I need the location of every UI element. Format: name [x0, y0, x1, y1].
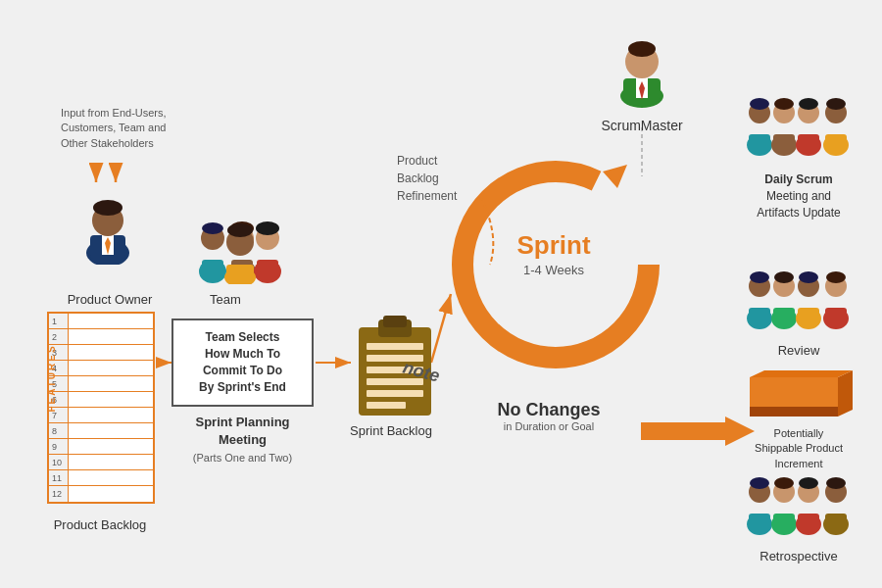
review-section: Review [735, 265, 862, 358]
backlog-row: 6 [49, 392, 153, 408]
backlog-row: 12 [49, 486, 153, 502]
svg-rect-70 [773, 308, 795, 325]
svg-rect-98 [825, 514, 847, 531]
product-backlog-title: Product Backlog [41, 517, 159, 532]
backlog-row: 3 [49, 345, 153, 361]
sprint-planning-title: Sprint PlanningMeeting (Parts One and Tw… [172, 414, 314, 467]
daily-scrum-label: Daily Scrum Meeting andArtifacts Update [735, 172, 862, 220]
review-label: Review [735, 343, 862, 358]
svg-point-56 [774, 98, 794, 110]
svg-marker-83 [750, 370, 853, 377]
svg-rect-74 [798, 308, 819, 325]
svg-point-76 [799, 271, 818, 283]
backlog-row: 2 [49, 329, 153, 345]
svg-rect-50 [749, 134, 770, 152]
pbr-label: ProductBacklogRefinement [397, 152, 495, 205]
svg-rect-35 [383, 316, 407, 327]
svg-point-80 [826, 271, 846, 283]
product-owner-icon [76, 186, 139, 265]
sprint-planning-box-text: Team SelectsHow Much ToCommit To DoBy Sp… [199, 329, 286, 395]
svg-point-52 [750, 98, 769, 110]
svg-point-28 [256, 221, 279, 235]
svg-rect-40 [367, 390, 423, 397]
svg-rect-36 [367, 343, 423, 350]
svg-point-16 [93, 200, 122, 216]
svg-marker-82 [838, 370, 853, 416]
backlog-row: 8 [49, 423, 153, 439]
scrum-master-section: ScrumMaster [583, 29, 701, 133]
svg-point-20 [202, 222, 223, 234]
svg-rect-54 [773, 134, 795, 152]
svg-point-68 [750, 271, 769, 283]
product-owner-label: Product Owner [61, 292, 159, 307]
features-label: FEATURES [46, 344, 57, 412]
scrum-diagram: { "title": "Scrum Process Diagram", "inp… [0, 0, 882, 588]
sprint-label: Sprint 1-4 Weeks [485, 230, 622, 277]
sprint-backlog-icon: note [351, 314, 439, 425]
svg-point-48 [628, 41, 656, 57]
backlog-row: 4 [49, 361, 153, 376]
svg-rect-94 [798, 514, 819, 531]
svg-marker-81 [750, 407, 838, 416]
sprint-planning-box: Team SelectsHow Much ToCommit To DoBy Sp… [172, 318, 314, 407]
backlog-row: 1 [49, 314, 153, 329]
svg-rect-30 [226, 265, 254, 282]
product-backlog-list: 123456789101112 [47, 312, 155, 504]
retrospective-section: Retrospective [735, 470, 862, 564]
svg-point-64 [826, 98, 846, 110]
team-label: Team [181, 292, 270, 307]
sprint-backlog-title: Sprint Backlog [342, 423, 440, 438]
svg-rect-62 [825, 134, 847, 152]
svg-rect-78 [825, 308, 847, 325]
svg-point-32 [227, 223, 253, 237]
svg-point-100 [826, 477, 846, 489]
svg-point-72 [774, 271, 794, 283]
backlog-row: 10 [49, 455, 153, 470]
svg-rect-84 [750, 377, 838, 407]
backlog-row: 5 [49, 376, 153, 392]
team-icon [191, 211, 289, 288]
svg-rect-18 [202, 260, 223, 277]
daily-scrum-section: Daily Scrum Meeting andArtifacts Update [735, 88, 862, 220]
backlog-row: 9 [49, 439, 153, 455]
shippable-section: PotentiallyShippable ProductIncrement [735, 363, 862, 471]
svg-rect-86 [749, 514, 770, 531]
svg-rect-58 [798, 134, 819, 152]
backlog-row: 7 [49, 408, 153, 423]
retrospective-label: Retrospective [735, 549, 862, 564]
backlog-row: 11 [49, 470, 153, 486]
svg-rect-26 [257, 260, 278, 277]
svg-rect-90 [773, 514, 795, 531]
svg-point-92 [774, 477, 794, 489]
no-changes-label: No Changes in Duration or Goal [480, 400, 617, 432]
shippable-label: PotentiallyShippable ProductIncrement [735, 426, 862, 471]
svg-point-88 [750, 477, 769, 489]
svg-rect-41 [367, 402, 406, 409]
svg-rect-66 [749, 308, 770, 325]
input-label: Input from End-Users,Customers, Team and… [61, 106, 169, 151]
svg-point-96 [799, 477, 818, 489]
svg-point-60 [799, 98, 818, 110]
